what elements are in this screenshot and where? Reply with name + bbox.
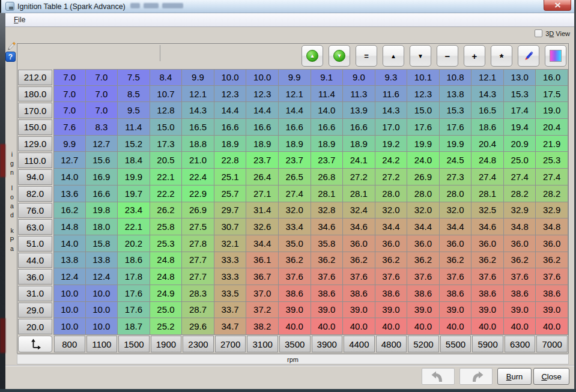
- table-cell[interactable]: 18.6: [118, 252, 150, 269]
- table-cell[interactable]: 19.9: [118, 169, 150, 185]
- table-cell[interactable]: 39.0: [471, 302, 504, 319]
- table-cell[interactable]: 25.3: [536, 152, 568, 169]
- table-cell[interactable]: 12.4: [86, 268, 118, 285]
- table-cell[interactable]: 16.5: [471, 102, 504, 119]
- table-cell[interactable]: 14.3: [182, 102, 214, 119]
- table-cell[interactable]: 7.5: [118, 69, 150, 86]
- table-cell[interactable]: 34.6: [471, 219, 504, 235]
- table-cell[interactable]: 15.3: [440, 102, 472, 119]
- table-cell[interactable]: 17.5: [536, 86, 568, 103]
- table-cell[interactable]: 15.8: [86, 235, 118, 252]
- table-cell[interactable]: 27.5: [182, 219, 214, 235]
- row-header[interactable]: 31.0: [18, 286, 52, 301]
- table-cell[interactable]: 19.9: [440, 136, 472, 152]
- table-cell[interactable]: 32.9: [504, 202, 536, 219]
- color-gradient-button[interactable]: [545, 45, 566, 67]
- table-cell[interactable]: 38.6: [407, 285, 440, 302]
- table-cell[interactable]: 12.3: [246, 86, 279, 103]
- table-cell[interactable]: 35.0: [279, 235, 311, 252]
- shift-down-button[interactable]: ▼: [329, 45, 350, 67]
- col-header[interactable]: 6300: [505, 336, 536, 352]
- table-cell[interactable]: 18.6: [471, 119, 504, 136]
- col-header[interactable]: 7000: [536, 336, 568, 352]
- table-cell[interactable]: 13.0: [504, 69, 536, 86]
- table-cell[interactable]: 25.8: [150, 219, 183, 235]
- table-cell[interactable]: 39.0: [504, 302, 536, 319]
- table-cell[interactable]: 37.6: [407, 268, 440, 285]
- table-cell[interactable]: 27.4: [471, 169, 504, 185]
- table-cell[interactable]: 15.0: [150, 119, 183, 136]
- table-cell[interactable]: 10.0: [53, 302, 86, 319]
- table-cell[interactable]: 22.1: [150, 169, 183, 185]
- table-cell[interactable]: 26.2: [150, 202, 183, 219]
- table-cell[interactable]: 32.0: [279, 202, 311, 219]
- table-cell[interactable]: 36.0: [343, 235, 375, 252]
- table-cell[interactable]: 7.0: [53, 102, 86, 119]
- table-cell[interactable]: 24.8: [150, 268, 183, 285]
- table-cell[interactable]: 33.5: [214, 285, 247, 302]
- table-cell[interactable]: 10.0: [86, 318, 118, 335]
- table-cell[interactable]: 29.7: [214, 202, 247, 219]
- table-cell[interactable]: 27.7: [182, 252, 214, 269]
- table-cell[interactable]: 25.1: [214, 169, 247, 185]
- row-header[interactable]: 63.0: [18, 219, 52, 235]
- table-cell[interactable]: 19.0: [536, 102, 568, 119]
- row-header[interactable]: 82.0: [18, 186, 52, 202]
- table-cell[interactable]: 32.9: [536, 202, 568, 219]
- row-header[interactable]: 36.0: [18, 269, 52, 285]
- table-cell[interactable]: 24.8: [471, 152, 504, 169]
- row-header[interactable]: 212.0: [18, 70, 52, 85]
- table-cell[interactable]: 36.0: [536, 235, 568, 252]
- row-header[interactable]: 29.0: [18, 303, 52, 318]
- table-cell[interactable]: 28.2: [536, 185, 568, 202]
- decrease-button[interactable]: ▼: [410, 45, 431, 67]
- table-cell[interactable]: 14.3: [471, 86, 504, 103]
- table-cell[interactable]: 26.9: [407, 169, 440, 185]
- table-cell[interactable]: 34.4: [440, 219, 472, 235]
- table-cell[interactable]: 11.6: [375, 86, 408, 103]
- table-cell[interactable]: 36.0: [407, 235, 440, 252]
- table-cell[interactable]: 32.0: [440, 202, 472, 219]
- table-cell[interactable]: 36.7: [246, 268, 279, 285]
- table-cell[interactable]: 40.0: [343, 318, 375, 335]
- table-cell[interactable]: 28.2: [504, 185, 536, 202]
- row-header[interactable]: 110.0: [18, 152, 52, 168]
- table-cell[interactable]: 12.1: [471, 69, 504, 86]
- row-header[interactable]: 150.0: [18, 119, 52, 135]
- table-cell[interactable]: 34.4: [407, 219, 440, 235]
- table-cell[interactable]: 37.6: [471, 268, 504, 285]
- col-header[interactable]: 4800: [376, 336, 407, 352]
- table-cell[interactable]: 38.6: [471, 285, 504, 302]
- row-header[interactable]: 170.0: [18, 103, 52, 118]
- edit-pencil-button[interactable]: [518, 45, 539, 67]
- table-cell[interactable]: 22.2: [150, 185, 183, 202]
- table-cell[interactable]: 8.5: [118, 86, 150, 103]
- table-cell[interactable]: 21.0: [182, 152, 214, 169]
- table-cell[interactable]: 25.3: [150, 235, 183, 252]
- table-cell[interactable]: 37.6: [311, 268, 344, 285]
- row-header[interactable]: 44.0: [18, 253, 52, 268]
- col-header[interactable]: 3900: [312, 336, 343, 352]
- table-cell[interactable]: 36.2: [279, 252, 311, 269]
- close-window-button[interactable]: [544, 0, 571, 11]
- table-cell[interactable]: 10.0: [53, 318, 86, 335]
- table-cell[interactable]: 13.9: [343, 102, 375, 119]
- table-cell[interactable]: 40.0: [375, 318, 408, 335]
- table-cell[interactable]: 39.0: [440, 302, 472, 319]
- row-header[interactable]: 20.0: [18, 319, 52, 334]
- table-cell[interactable]: 20.9: [504, 136, 536, 152]
- table-cell[interactable]: 12.3: [407, 86, 440, 103]
- table-cell[interactable]: 16.9: [86, 169, 118, 185]
- table-cell[interactable]: 37.6: [504, 268, 536, 285]
- redo-button[interactable]: [459, 368, 493, 385]
- undo-button[interactable]: [422, 368, 455, 385]
- table-cell[interactable]: 37.6: [279, 268, 311, 285]
- table-cell[interactable]: 12.7: [53, 152, 86, 169]
- table-cell[interactable]: 18.9: [343, 136, 375, 152]
- 3d-view-toggle[interactable]: 3D View: [535, 29, 570, 37]
- table-cell[interactable]: 40.0: [311, 318, 344, 335]
- table-cell[interactable]: 40.0: [536, 318, 568, 335]
- table-cell[interactable]: 24.0: [407, 152, 440, 169]
- table-cell[interactable]: 26.9: [182, 202, 214, 219]
- table-cell[interactable]: 38.6: [279, 285, 311, 302]
